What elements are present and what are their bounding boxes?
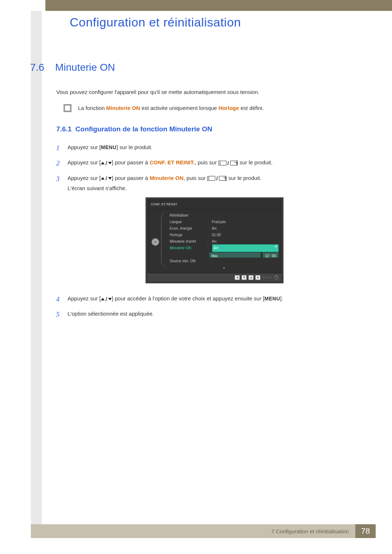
note-text-part: La fonction	[78, 105, 106, 111]
highlight: Minuterie ON	[150, 175, 183, 181]
step-text: Appuyez sur [MENU] sur le produit.	[68, 142, 361, 152]
step-text: Appuyez sur [/] pour passer à Minuterie …	[68, 173, 361, 290]
osd-item-label: Minuterie d'arrêt	[170, 238, 206, 245]
text-part: ] pour passer à	[112, 159, 150, 165]
footer-chapter-label: 7 Configuration et réinitialisation	[271, 528, 349, 534]
source-enter-icon: /	[209, 173, 225, 183]
osd-nav-right-icon: ▸	[256, 275, 260, 280]
step-text: L'option sélectionnée est appliquée.	[68, 309, 361, 319]
section-number: 7.6	[30, 62, 44, 73]
text-part: , puis sur [	[183, 175, 208, 181]
up-down-icon: /	[101, 173, 112, 183]
osd-sub-day: Mar.	[209, 252, 261, 258]
top-tab-bar	[31, 0, 392, 11]
osd-item-value: Arr.	[212, 225, 279, 232]
note-text: La fonction Minuterie ON est activée uni…	[78, 104, 264, 112]
text-part: ].	[280, 295, 283, 301]
osd-item-label: Horloge	[170, 232, 206, 238]
osd-item-label: Langue	[170, 219, 206, 225]
osd-auto-label: AUTO	[262, 275, 272, 280]
note-highlight: Horloge	[219, 105, 239, 111]
note-text-part: est défini.	[239, 105, 264, 111]
osd-nav-up-icon: ▴	[249, 275, 253, 280]
step-item: 5 L'option sélectionnée est appliquée.	[56, 309, 361, 320]
up-down-icon: /	[101, 294, 112, 304]
osd-dropdown-selected: Arr.	[212, 244, 279, 252]
note-icon	[64, 104, 72, 112]
text-part: ] sur le produit.	[237, 159, 273, 165]
step-item: 4 Appuyez sur [/] pour accéder à l'optio…	[56, 294, 361, 305]
osd-nav-down-icon: ▾	[242, 275, 246, 280]
subsection-header: 7.6.1 Configuration de la fonction Minut…	[56, 125, 361, 133]
osd-title: CONF. ET REINIT.	[148, 200, 281, 209]
step-text: Appuyez sur [/] pour accéder à l'option …	[68, 294, 361, 304]
chapter-title: Configuration et réinitialisation	[70, 15, 241, 29]
osd-footer-buttons: ◂ ▾ ▴ ▸ AUTO	[148, 274, 281, 281]
gear-icon	[152, 238, 159, 246]
power-icon	[274, 275, 278, 279]
subsection-number: 7.6.1	[56, 125, 72, 133]
page-content: 7.6 Minuterie ON Vous pouvez configurer …	[56, 62, 361, 324]
osd-item-label: Source min. ON	[170, 258, 206, 264]
osd-item-value: Arr.	[212, 238, 279, 245]
osd-item-value: Français	[212, 219, 279, 225]
osd-item-label: Econ. énergie	[170, 225, 206, 232]
section-intro: Vous pouvez configurer l'appareil pour q…	[56, 88, 361, 97]
osd-more-arrow-icon: ▾	[170, 264, 279, 272]
text-part: Appuyez sur [	[68, 159, 101, 165]
osd-sub-time: 12 : 00	[262, 252, 279, 258]
text-part: ] sur le produit.	[117, 144, 152, 150]
osd-item-label: Réinitialiser	[170, 212, 206, 219]
step-item: 2 Appuyez sur [/] pour passer à CONF. ET…	[56, 157, 361, 169]
chevron-down-icon	[275, 246, 277, 247]
left-sidebar-strip	[31, 11, 42, 524]
page-footer: 7 Configuration et réinitialisation 78	[31, 524, 376, 538]
step-number: 2	[56, 157, 62, 169]
osd-dropdown-value: Arr.	[214, 246, 220, 250]
menu-button-label: MENU	[101, 144, 117, 150]
osd-nav-left-icon: ◂	[235, 275, 240, 280]
step-item: 3 Appuyez sur [/] pour passer à Minuteri…	[56, 173, 361, 290]
note-highlight: Minuterie ON	[106, 105, 140, 111]
menu-button-label: MENU	[265, 296, 280, 301]
text-part: ] sur le produit.	[225, 175, 261, 181]
text-part: Appuyez sur [	[68, 144, 101, 150]
text-part: ] pour passer à	[112, 175, 150, 181]
step-list: 1 Appuyez sur [MENU] sur le produit. 2 A…	[56, 142, 361, 321]
text-part: , puis sur [	[195, 159, 220, 165]
note-text-part: est activée uniquement lorsque	[140, 105, 219, 111]
tab-notch	[31, 0, 45, 11]
step-text: Appuyez sur [/] pour passer à CONF. ET R…	[68, 157, 361, 168]
step-number: 4	[56, 294, 62, 305]
section-title: Minuterie ON	[55, 62, 115, 73]
step-item: 1 Appuyez sur [MENU] sur le produit.	[56, 142, 361, 154]
text-part: ] pour accéder à l'option de votre choix…	[112, 295, 265, 301]
osd-screenshot: CONF. ET REINIT. Réinitialiser Langue:Fr…	[146, 197, 283, 283]
text-part: Appuyez sur [	[68, 295, 101, 301]
footer-page-number: 78	[355, 524, 376, 538]
highlight: CONF. ET REINIT.	[150, 159, 195, 165]
note-row: La fonction Minuterie ON est activée uni…	[64, 104, 361, 112]
step-number: 1	[56, 142, 62, 154]
text-part: L'écran suivant s'affiche.	[68, 185, 127, 191]
osd-item-label-active: Minuterie ON	[170, 245, 206, 251]
osd-item-value: 01:00	[212, 232, 279, 238]
source-enter-icon: /	[220, 158, 237, 168]
text-part: Appuyez sur [	[68, 175, 101, 181]
subsection-title: Configuration de la fonction Minuterie O…	[75, 125, 212, 133]
step-number: 3	[56, 173, 62, 185]
step-number: 5	[56, 309, 62, 320]
section-header: 7.6 Minuterie ON	[30, 62, 361, 73]
up-down-icon: /	[101, 158, 112, 168]
